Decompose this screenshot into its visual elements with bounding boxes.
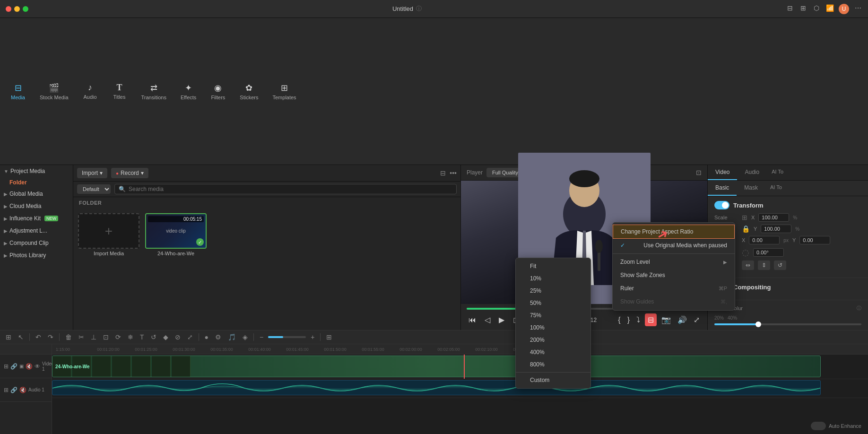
- subtab-mask[interactable]: Mask: [737, 181, 765, 196]
- speed-button[interactable]: ⟳: [113, 332, 123, 342]
- undo-button[interactable]: ↶: [34, 332, 43, 342]
- user-icon[interactable]: U: [839, 4, 849, 14]
- in-point-button[interactable]: {: [616, 315, 622, 325]
- change-aspect-ratio-item[interactable]: Change Project Aspect Ratio: [613, 225, 735, 239]
- delete-button[interactable]: 🗑: [63, 332, 74, 342]
- flip-v-button[interactable]: ⇕: [758, 260, 770, 270]
- toolbar-templates-btn[interactable]: ⊞ Templates: [266, 80, 303, 103]
- fullscreen-button[interactable]: [23, 6, 28, 12]
- transform-toggle[interactable]: [714, 201, 729, 209]
- zoom-in-button[interactable]: +: [309, 332, 316, 342]
- out-point-button[interactable]: }: [625, 315, 632, 325]
- clip-item[interactable]: video clip 00:05:15 ✓ 24-Who-are-We: [145, 213, 207, 325]
- zoom-200-item[interactable]: 200%: [516, 334, 590, 346]
- text-button[interactable]: T: [138, 332, 146, 342]
- import-media-item[interactable]: + Import Media: [78, 213, 139, 325]
- sidebar-adjustment[interactable]: ▶ Adjustment L...: [0, 225, 73, 237]
- rotate-input[interactable]: [753, 248, 784, 257]
- play-button[interactable]: ▶: [497, 314, 506, 325]
- sidebar-cloud-media[interactable]: ▶ Cloud Media: [0, 200, 73, 212]
- step-back-button[interactable]: ◁: [483, 314, 492, 325]
- ruler-item[interactable]: Ruler ⌘P: [613, 282, 735, 295]
- zoom-slider[interactable]: [268, 336, 306, 338]
- toolbar-effects-btn[interactable]: ✦ Effects: [174, 80, 203, 103]
- monitor-icon[interactable]: ⊟: [786, 4, 794, 12]
- close-button[interactable]: [6, 6, 11, 12]
- zoom-100-item[interactable]: 100%: [516, 321, 590, 334]
- freeze-button[interactable]: ❄: [126, 332, 135, 342]
- audio-mute-icon[interactable]: 🔇: [19, 387, 26, 393]
- rotate-tl-button[interactable]: ↺: [149, 332, 158, 342]
- zoom-fit-button[interactable]: ⤢: [185, 332, 195, 342]
- zoom-400-item[interactable]: 400%: [516, 346, 590, 358]
- split-button[interactable]: ⊥: [89, 332, 98, 342]
- scale-y-input[interactable]: [761, 225, 791, 233]
- more-icon[interactable]: ⋯: [854, 4, 862, 12]
- zoom-50-item[interactable]: 50%: [516, 297, 590, 309]
- tab-audio[interactable]: Audio: [737, 165, 767, 180]
- record-button[interactable]: ● Record ▾: [111, 168, 148, 178]
- tab-ai[interactable]: AI To: [767, 165, 788, 180]
- video-link-icon[interactable]: 🔗: [10, 363, 17, 370]
- toolbar-audio-btn[interactable]: ♪ Audio: [76, 80, 104, 103]
- video-eye-icon[interactable]: 👁: [35, 363, 40, 370]
- sidebar-folder-item[interactable]: Folder: [0, 177, 73, 188]
- zoom-custom-item[interactable]: Custom: [516, 374, 590, 386]
- cut-button[interactable]: ✂: [77, 332, 86, 342]
- rotate-dial[interactable]: ◌: [742, 247, 749, 258]
- sidebar-project-media[interactable]: ▼ Project Media: [0, 165, 73, 177]
- fit-button[interactable]: ⊞: [324, 332, 334, 342]
- zoom-75-item[interactable]: 75%: [516, 309, 590, 321]
- scale-x-input[interactable]: [758, 213, 789, 222]
- toolbar-stock-btn[interactable]: 🎬 Stock Media: [33, 80, 75, 103]
- audio-tl-button[interactable]: 🎵: [226, 332, 238, 342]
- tab-video[interactable]: Video: [708, 165, 737, 180]
- auto-enhance-toggle[interactable]: [811, 422, 826, 430]
- audio-clip[interactable]: [52, 380, 821, 395]
- zoom-800-item[interactable]: 800%: [516, 358, 590, 371]
- sidebar-compound-clip[interactable]: ▶ Compound Clip: [0, 237, 73, 249]
- sidebar-global-media[interactable]: ▶ Global Media: [0, 188, 73, 200]
- more-options-icon[interactable]: •••: [450, 169, 457, 177]
- toolbar-transitions-btn[interactable]: ⇄ Transitions: [135, 80, 173, 103]
- import-button[interactable]: Import ▾: [77, 168, 107, 178]
- flip-h-button[interactable]: ⇔: [742, 260, 754, 270]
- blur-slider-thumb[interactable]: [755, 321, 761, 327]
- zoom-level-item[interactable]: Zoom Level: [613, 255, 735, 269]
- marker-button[interactable]: ◈: [241, 332, 250, 342]
- zoom-25-item[interactable]: 25%: [516, 285, 590, 297]
- toolbar-stickers-btn[interactable]: ✿ Stickers: [233, 80, 265, 103]
- toolbar-titles-btn[interactable]: T Titles: [105, 80, 134, 103]
- show-safe-zones-item[interactable]: Show Safe Zones: [613, 269, 735, 282]
- subtab-ai[interactable]: AI To: [765, 181, 787, 196]
- audio-link-icon[interactable]: 🔗: [10, 387, 17, 393]
- use-original-media-item[interactable]: Use Original Media when paused: [613, 239, 735, 252]
- select-tool-button[interactable]: ↖: [16, 332, 26, 342]
- add-video-icon[interactable]: ⊞: [4, 363, 9, 370]
- grid-icon[interactable]: ⊞: [799, 4, 807, 12]
- zoom-out-button[interactable]: −: [258, 332, 265, 342]
- sidebar-influence-kit[interactable]: ▶ Influence Kit NEW: [0, 212, 73, 225]
- video-mute-icon[interactable]: 🔇: [26, 363, 33, 370]
- settings-button[interactable]: ⚙: [213, 332, 223, 342]
- zoom-10-item[interactable]: 10%: [516, 272, 590, 285]
- skip-back-button[interactable]: ⏮: [467, 315, 478, 325]
- crop-button[interactable]: ⊡: [101, 332, 111, 342]
- fullscreen-button[interactable]: ⤢: [692, 314, 702, 325]
- pos-x-input[interactable]: [749, 236, 780, 244]
- minimize-button[interactable]: [14, 6, 20, 12]
- filter-icon[interactable]: ⊟: [440, 169, 446, 177]
- toolbar-filters-btn[interactable]: ◉ Filters: [204, 80, 232, 103]
- reset-button[interactable]: ↺: [774, 260, 786, 270]
- toolbar-media-btn[interactable]: ⊟ Media: [4, 80, 32, 103]
- share-icon[interactable]: ⬡: [812, 4, 821, 12]
- video-clip[interactable]: 24-Who-are-We: [52, 356, 821, 377]
- insert-button[interactable]: ⤵: [634, 315, 642, 325]
- add-track-button[interactable]: ⊞: [4, 332, 13, 342]
- redo-button[interactable]: ↷: [46, 332, 55, 342]
- sort-select[interactable]: Default: [77, 184, 111, 194]
- zoom-fit-item[interactable]: Fit: [516, 260, 590, 272]
- keyframe-button[interactable]: ◆: [161, 332, 170, 342]
- volume-button[interactable]: 🔊: [676, 314, 689, 325]
- snapshot-button[interactable]: 📷: [660, 314, 673, 325]
